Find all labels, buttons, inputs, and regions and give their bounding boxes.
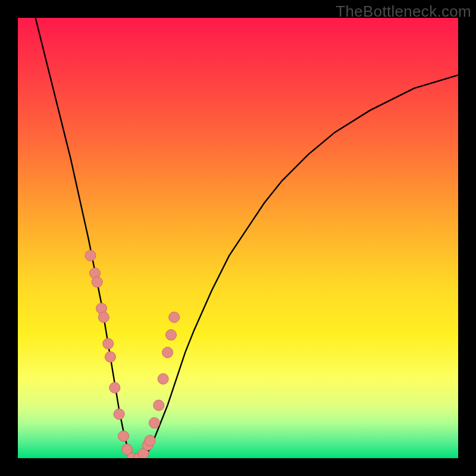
highlight-dot bbox=[105, 352, 115, 362]
highlight-dot bbox=[92, 277, 102, 287]
highlight-dot bbox=[158, 374, 168, 384]
highlight-dot bbox=[103, 339, 114, 349]
highlight-dot bbox=[85, 250, 96, 261]
highlight-dot bbox=[162, 347, 173, 358]
highlight-dot bbox=[109, 383, 120, 393]
watermark-text: TheBottleneck.com bbox=[336, 2, 471, 21]
chart-plot-area bbox=[18, 18, 458, 458]
chart-svg-layer bbox=[18, 18, 458, 458]
highlight-dot bbox=[145, 435, 155, 446]
selected-range-dots bbox=[85, 250, 180, 458]
highlight-dot bbox=[169, 312, 180, 322]
highlight-dot bbox=[154, 400, 164, 411]
highlight-dot bbox=[166, 330, 177, 340]
highlight-dot bbox=[98, 312, 109, 322]
highlight-dot bbox=[118, 431, 129, 441]
highlight-dot bbox=[114, 409, 124, 419]
chart-frame: TheBottleneck.com bbox=[0, 0, 476, 476]
highlight-dot bbox=[149, 418, 159, 428]
bottleneck-curve bbox=[36, 18, 458, 458]
